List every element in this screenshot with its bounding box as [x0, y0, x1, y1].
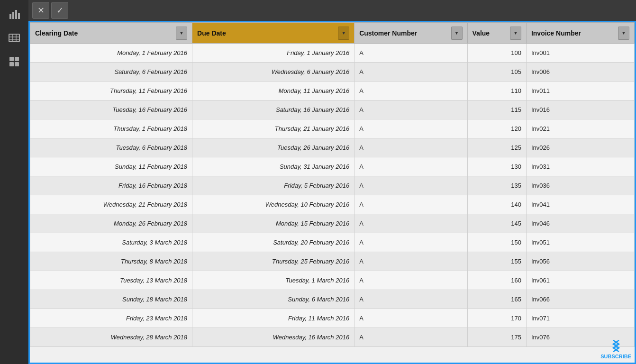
svg-rect-2 — [15, 10, 17, 19]
col-header-customer-number[interactable]: Customer Number — [354, 23, 467, 44]
value-dropdown[interactable] — [510, 27, 521, 40]
table-row: Saturday, 6 February 2016Wednesday, 6 Ja… — [30, 63, 635, 82]
table-row: Tuesday, 13 March 2018Tuesday, 1 March 2… — [30, 271, 635, 290]
col-header-clearing-date[interactable]: Clearing Date — [30, 23, 192, 44]
table-body: Monday, 1 February 2016Friday, 1 January… — [30, 44, 635, 347]
col-header-due-date[interactable]: Due Date — [192, 23, 354, 44]
table-row: Sunday, 18 March 2018Sunday, 6 March 201… — [30, 290, 635, 309]
main-content: ✕ ✓ Clearing Date Due Date — [28, 0, 636, 364]
close-button[interactable]: ✕ — [32, 2, 49, 19]
table-row: Tuesday, 16 February 2016Saturday, 16 Ja… — [30, 100, 635, 119]
col-header-invoice-number[interactable]: Invoice Number — [526, 23, 634, 44]
table-header-row: Clearing Date Due Date Customer Number — [30, 23, 635, 44]
table-row: Friday, 23 March 2018Friday, 11 March 20… — [30, 309, 635, 328]
customer-number-dropdown[interactable] — [451, 27, 463, 40]
invoice-number-dropdown[interactable] — [618, 27, 629, 40]
table-row: Wednesday, 28 March 2018Wednesday, 16 Ma… — [30, 328, 635, 347]
check-button[interactable]: ✓ — [51, 2, 68, 19]
table-row: Tuesday, 6 February 2018Tuesday, 26 Janu… — [30, 138, 635, 157]
table-row: Thursday, 8 March 2018Thursday, 25 Febru… — [30, 252, 635, 271]
table-row: Thursday, 11 February 2016Monday, 11 Jan… — [30, 82, 635, 100]
svg-rect-4 — [9, 34, 19, 42]
toolbar: ✕ ✓ — [28, 0, 636, 21]
table-row: Friday, 16 February 2018Friday, 5 Februa… — [30, 176, 635, 195]
table-row: Monday, 1 February 2016Friday, 1 January… — [30, 44, 635, 63]
svg-rect-10 — [15, 57, 19, 61]
due-date-dropdown[interactable] — [338, 27, 349, 40]
col-header-value[interactable]: Value — [467, 23, 526, 44]
table-row: Monday, 26 February 2018Monday, 15 Febru… — [30, 214, 635, 233]
bar-chart-icon[interactable] — [4, 4, 25, 25]
svg-rect-0 — [9, 14, 11, 19]
clearing-date-dropdown[interactable] — [176, 27, 187, 40]
table-row: Saturday, 3 March 2018Saturday, 20 Febru… — [30, 233, 635, 252]
component-icon[interactable] — [4, 51, 25, 72]
table-row: Wednesday, 21 February 2018Wednesday, 10… — [30, 195, 635, 214]
table-icon[interactable] — [4, 27, 25, 48]
table-container: Clearing Date Due Date Customer Number — [28, 21, 636, 364]
sidebar — [0, 0, 28, 364]
table-row: Thursday, 1 February 2018Thursday, 21 Ja… — [30, 119, 635, 138]
svg-rect-11 — [9, 62, 14, 66]
data-table: Clearing Date Due Date Customer Number — [30, 22, 635, 347]
svg-rect-9 — [9, 57, 14, 61]
svg-rect-12 — [15, 62, 19, 66]
svg-rect-1 — [12, 12, 14, 19]
svg-rect-3 — [18, 13, 20, 19]
table-row: Sunday, 11 February 2018Sunday, 31 Janua… — [30, 157, 635, 176]
